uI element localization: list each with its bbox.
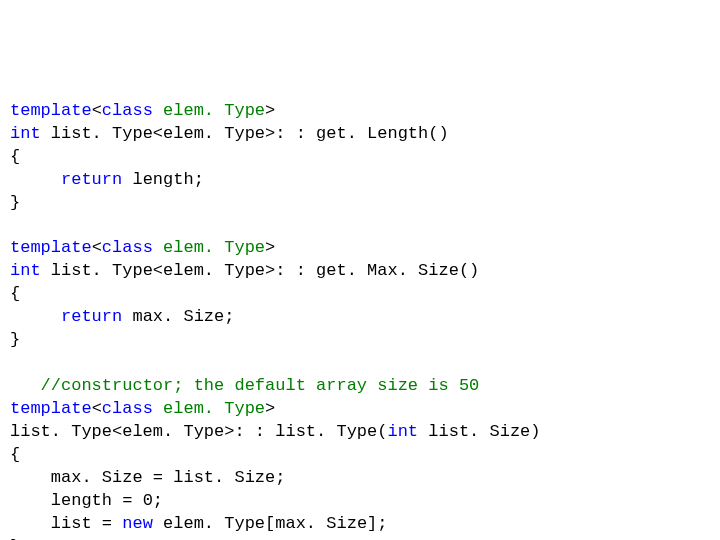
keyword-int: int <box>10 261 41 280</box>
fn3-sig-before: list. Type<elem. Type>: : list. Type( <box>10 422 387 441</box>
keyword-class: class <box>102 101 153 120</box>
fn1-ret: length; <box>122 170 204 189</box>
type-elemtype: elem. Type <box>163 399 265 418</box>
fn1-sig: list. Type<elem. Type>: : get. Length() <box>41 124 449 143</box>
space <box>153 238 163 257</box>
space <box>153 399 163 418</box>
angle-open: < <box>92 101 102 120</box>
fn3-l2: length = 0; <box>51 491 163 510</box>
keyword-class: class <box>102 238 153 257</box>
comment-constructor: //constructor; the default array size is… <box>41 376 480 395</box>
keyword-class: class <box>102 399 153 418</box>
code-block: template<class elem. Type> int list. Typ… <box>10 100 710 540</box>
fn1-open: { <box>10 147 20 166</box>
type-elemtype: elem. Type <box>163 101 265 120</box>
fn2-sig: list. Type<elem. Type>: : get. Max. Size… <box>41 261 480 280</box>
fn3-open: { <box>10 445 20 464</box>
fn3-l3a: list = <box>51 514 122 533</box>
space <box>153 101 163 120</box>
keyword-int: int <box>387 422 418 441</box>
angle-open: < <box>92 399 102 418</box>
keyword-template: template <box>10 238 92 257</box>
angle-open: < <box>92 238 102 257</box>
fn3-close: } <box>10 537 20 540</box>
keyword-template: template <box>10 399 92 418</box>
fn2-open: { <box>10 284 20 303</box>
fn2-ret: max. Size; <box>122 307 234 326</box>
keyword-return: return <box>61 307 122 326</box>
angle-close: > <box>265 101 275 120</box>
angle-close: > <box>265 238 275 257</box>
type-elemtype: elem. Type <box>163 238 265 257</box>
keyword-template: template <box>10 101 92 120</box>
angle-close: > <box>265 399 275 418</box>
fn2-close: } <box>10 330 20 349</box>
fn3-sig-after: list. Size) <box>418 422 540 441</box>
fn3-l3b: elem. Type[max. Size]; <box>153 514 388 533</box>
fn1-close: } <box>10 193 20 212</box>
keyword-new: new <box>122 514 153 533</box>
keyword-int: int <box>10 124 41 143</box>
keyword-return: return <box>61 170 122 189</box>
fn3-l1: max. Size = list. Size; <box>51 468 286 487</box>
